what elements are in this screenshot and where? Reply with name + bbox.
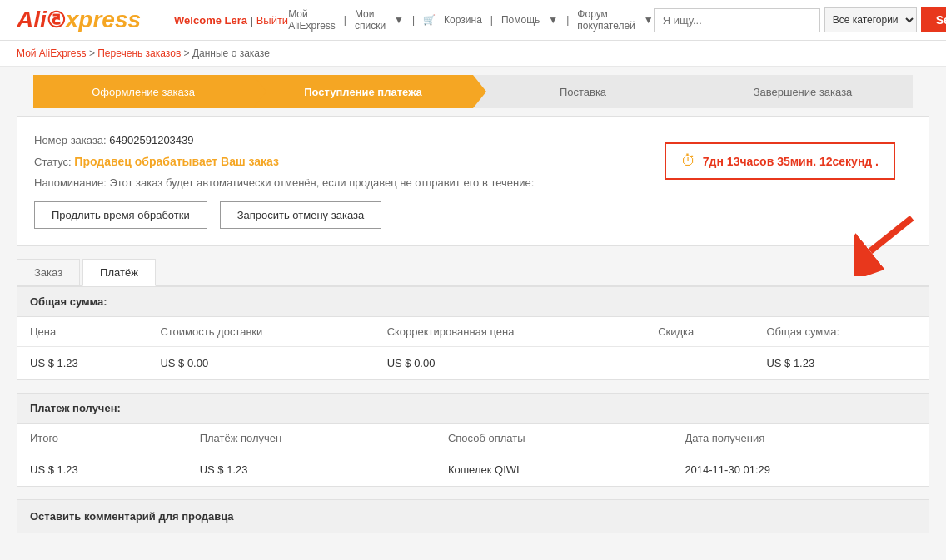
cancel-order-button[interactable]: Запросить отмену заказа [220,201,381,229]
nav-help[interactable]: Помощь [501,14,540,26]
header: Ali ⑤ xpress Welcome Lera | Выйти Мой Al… [0,0,946,41]
cell-discount [645,347,754,380]
timer-icon: ⏱ [681,152,696,170]
cart-icon: 🛒 [423,14,436,26]
progress-step-4: Завершение заказа [693,75,913,108]
nav-my-lists[interactable]: Мои списки [355,8,386,32]
logo[interactable]: Ali ⑤ xpress [17,7,141,33]
nav-cart[interactable]: Корзина [444,14,482,26]
progress-step-3: Поставка [473,75,693,108]
progress-bar: Оформление заказа Поступление платежа По… [33,75,913,108]
welcome-text: Welcome Lera | Выйти [174,14,288,27]
col-total: Общая сумма: [754,317,929,347]
tab-order[interactable]: Заказ [17,259,80,285]
comment-section: Оставить комментарий для продавца [17,499,929,533]
payment-table: Итого Платёж получен Способ оплаты Дата … [17,424,929,486]
cell-payment-method: Кошелек QIWI [436,453,673,487]
nav-my-ali[interactable]: Мой AliExpress [288,8,336,32]
logo-xpress: xpress [66,7,141,33]
cell-payment-received: US $ 1.23 [187,453,436,487]
search-bar: Все категории Search [654,7,946,32]
payment-section: Платеж получен: Итого Платёж получен Спо… [17,393,929,487]
totals-section: Общая сумма: Цена Стоимость доставки Ско… [17,286,929,380]
category-select[interactable]: Все категории [824,7,917,32]
search-input[interactable] [654,8,820,32]
payment-header: Платеж получен: [17,394,929,424]
logout-link[interactable]: Выйти [256,14,289,27]
main-content: Номер заказа: 64902591203439 Статус: Про… [17,116,929,533]
extend-time-button[interactable]: Продлить время обработки [34,201,207,229]
header-top: Ali ⑤ xpress Welcome Lera | Выйти Мой Al… [17,0,929,40]
order-status-value: Продавец обрабатывает Ваш заказ [74,155,279,168]
payment-header-row: Итого Платёж получен Способ оплаты Дата … [17,424,929,453]
order-buttons: Продлить время обработки Запросить отмен… [34,201,912,229]
timer-text: 7дн 13часов 35мин. 12секунд . [703,155,879,168]
cell-price: US $ 1.23 [17,347,147,380]
order-number-value: 64902591203439 [109,134,193,146]
breadcrumb-current: Данные о заказе [192,47,270,59]
col-price: Цена [17,317,147,347]
order-reminder-text: Этот заказ будет автоматически отменён, … [109,176,534,189]
totals-data-row: US $ 1.23 US $ 0.00 US $ 0.00 US $ 1.23 [17,347,929,380]
payment-data-row: US $ 1.23 US $ 1.23 Кошелек QIWI 2014-11… [17,453,929,487]
col-payment-received: Платёж получен [187,424,436,453]
cell-adjusted: US $ 0.00 [375,347,646,380]
top-nav: Мой AliExpress | Мои списки ▼ | 🛒 Корзин… [288,8,654,32]
nav-forum[interactable]: Форум покупателей [577,8,635,32]
progress-step-2: Поступление платежа [253,75,473,108]
order-info-box: Номер заказа: 64902591203439 Статус: Про… [17,116,929,246]
comment-header: Оставить комментарий для продавца [17,500,929,533]
col-delivery: Стоимость доставки [147,317,374,347]
logo-ali: Ali [17,7,47,33]
timer-box: ⏱ 7дн 13часов 35мин. 12секунд . [665,142,895,180]
col-adjusted: Скорректированная цена [375,317,646,347]
cell-total: US $ 1.23 [754,347,929,380]
col-discount: Скидка [645,317,754,347]
red-arrow [854,210,920,279]
breadcrumb-orders[interactable]: Перечень заказов [97,47,181,59]
svg-line-1 [870,218,912,251]
totals-table: Цена Стоимость доставки Скорректированна… [17,317,929,379]
progress-bar-container: Оформление заказа Поступление платежа По… [17,75,929,108]
search-button[interactable]: Search [921,7,946,32]
cell-subtotal: US $ 1.23 [17,453,187,487]
cell-delivery: US $ 0.00 [147,347,374,380]
col-payment-date: Дата получения [672,424,929,453]
col-subtotal: Итого [17,424,187,453]
cell-payment-date: 2014-11-30 01:29 [672,453,929,487]
breadcrumb: Мой AliExpress > Перечень заказов > Данн… [0,41,946,67]
totals-header-row: Цена Стоимость доставки Скорректированна… [17,317,929,347]
tabs-container: Заказ Платёж [17,259,929,286]
totals-header: Общая сумма: [17,287,929,317]
progress-step-1: Оформление заказа [33,75,253,108]
col-payment-method: Способ оплаты [436,424,673,453]
breadcrumb-my-ali[interactable]: Мой AliExpress [17,47,87,59]
tab-payment[interactable]: Платёж [82,259,156,286]
